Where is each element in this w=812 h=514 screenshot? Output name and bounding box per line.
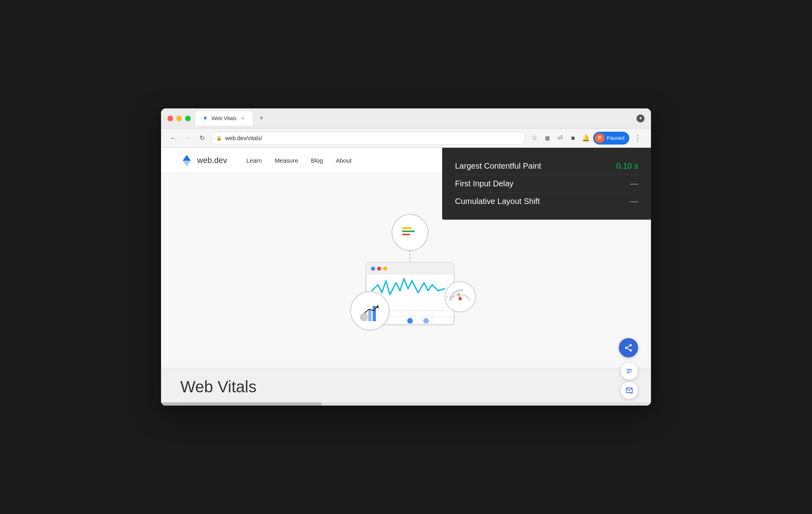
scrollbar-thumb[interactable] <box>161 402 322 406</box>
close-button[interactable] <box>167 116 173 121</box>
svg-point-29 <box>360 313 368 321</box>
tab-close-button[interactable]: × <box>240 115 246 122</box>
svg-point-22 <box>407 318 413 324</box>
vital-row-lcp: Largest Contentful Paint 0.10 s <box>455 157 638 175</box>
traffic-lights <box>167 116 191 121</box>
minimize-button[interactable] <box>176 116 182 121</box>
window-controls-right: ▼ <box>637 114 645 122</box>
nav-measure[interactable]: Measure <box>275 157 298 164</box>
svg-line-38 <box>627 348 630 350</box>
svg-point-23 <box>423 318 429 324</box>
page-title: Web Vitals <box>180 378 632 396</box>
list-icon <box>625 367 633 375</box>
svg-point-34 <box>630 344 632 347</box>
vital-value-lcp: 0.10 s <box>616 161 638 171</box>
address-input[interactable]: 🔒 web.dev/vitals/ <box>211 132 526 145</box>
vital-value-cls: — <box>630 197 638 206</box>
share-fab-button[interactable] <box>619 338 638 357</box>
profile-label: Paused <box>607 135 624 141</box>
nav-learn[interactable]: Learn <box>247 157 262 164</box>
svg-line-37 <box>627 346 630 347</box>
logo-text: web.dev <box>197 156 227 165</box>
hero-illustration <box>322 210 490 331</box>
svg-rect-9 <box>402 234 410 235</box>
vital-row-fid: First Input Delay — <box>455 175 638 192</box>
svg-rect-7 <box>402 227 412 229</box>
share-icon <box>624 343 633 352</box>
svg-point-14 <box>371 267 375 271</box>
new-tab-button[interactable]: + <box>256 113 267 124</box>
bottom-section: Web Vitals <box>161 368 651 406</box>
forward-button[interactable]: → <box>182 133 193 144</box>
extensions-icon-1[interactable]: ▦ <box>542 133 553 144</box>
tab-favicon-icon <box>202 115 208 122</box>
tab-title: Web Vitals <box>212 115 237 121</box>
address-bar: ← → ↻ 🔒 web.dev/vitals/ ☆ ▦ ⏎ ■ 🔔 P Paus… <box>161 128 651 148</box>
svg-marker-1 <box>204 118 207 121</box>
profile-button[interactable]: P Paused <box>593 132 629 145</box>
avatar: P <box>595 133 604 143</box>
svg-marker-2 <box>183 155 191 161</box>
back-button[interactable]: ← <box>167 133 179 144</box>
bookmark-icon[interactable]: ☆ <box>529 133 540 144</box>
site-logo[interactable]: web.dev <box>180 154 227 167</box>
email-fab-button[interactable] <box>620 381 638 399</box>
email-icon <box>625 386 633 394</box>
puzzle-icon[interactable]: ■ <box>567 133 579 144</box>
notification-icon[interactable]: 🔔 <box>580 133 592 144</box>
browser-window: Web Vitals × + ▼ ← → ↻ 🔒 web.dev/vitals/… <box>161 108 651 406</box>
title-bar: Web Vitals × + ▼ <box>161 108 651 128</box>
vitals-popup: Largest Contentful Paint 0.10 s First In… <box>442 148 651 220</box>
vital-row-cls: Cumulative Layout Shift — <box>455 192 638 210</box>
nav-about[interactable]: About <box>336 157 351 164</box>
refresh-button[interactable]: ↻ <box>196 133 208 144</box>
vital-value-fid: — <box>630 179 638 188</box>
more-menu-button[interactable]: ⋮ <box>631 132 645 144</box>
svg-rect-8 <box>402 230 415 232</box>
page-content: web.dev Learn Measure Blog About Search … <box>161 148 651 406</box>
svg-point-16 <box>383 267 387 271</box>
svg-point-36 <box>630 349 632 352</box>
lock-icon: 🔒 <box>216 135 222 141</box>
list-fab-button[interactable] <box>620 362 638 380</box>
vital-name-lcp: Largest Contentful Paint <box>455 161 541 171</box>
svg-point-6 <box>392 214 428 251</box>
vital-name-cls: Cumulative Layout Shift <box>455 197 540 206</box>
svg-marker-3 <box>183 161 191 166</box>
terminal-icon[interactable]: ⏎ <box>555 133 566 144</box>
tab-bar: Web Vitals × + <box>196 111 632 126</box>
svg-point-35 <box>625 347 628 349</box>
active-tab[interactable]: Web Vitals × <box>196 111 253 126</box>
logo-icon <box>180 154 193 167</box>
maximize-button[interactable] <box>185 116 191 121</box>
svg-rect-26 <box>368 309 371 321</box>
svg-point-15 <box>377 267 381 271</box>
vital-name-fid: First Input Delay <box>455 179 514 188</box>
scrollbar-track[interactable] <box>161 402 651 406</box>
url-text: web.dev/vitals/ <box>225 135 262 141</box>
nav-blog[interactable]: Blog <box>311 157 323 164</box>
window-menu-icon[interactable]: ▼ <box>637 114 645 122</box>
svg-marker-0 <box>204 116 207 118</box>
address-actions: ☆ ▦ ⏎ ■ 🔔 P Paused ⋮ <box>529 132 645 145</box>
